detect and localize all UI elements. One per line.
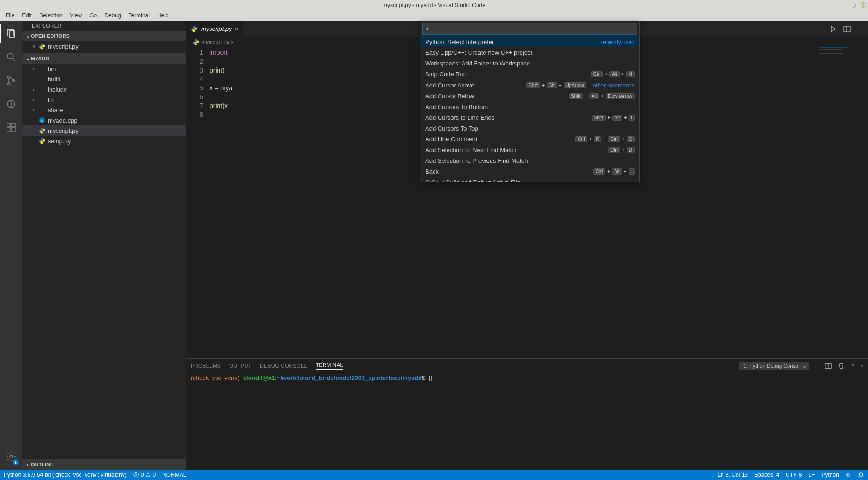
palette-item[interactable]: Stop Code RunCtrl+Alt+M xyxy=(420,69,639,80)
palette-item[interactable]: Add Cursor BelowShift+Alt+DownArrow xyxy=(420,91,639,102)
menu-edit[interactable]: Edit xyxy=(18,11,36,20)
activity-explorer[interactable] xyxy=(0,24,22,43)
palette-item[interactable]: BackCtrl+Alt+- xyxy=(420,166,639,177)
close-editor-icon[interactable]: × xyxy=(31,44,36,49)
tab-label: myscript.py xyxy=(201,25,232,32)
status-notifications-icon[interactable] xyxy=(858,472,864,478)
command-palette-input[interactable] xyxy=(422,23,637,35)
terminal-body[interactable]: (check_vsc_venv) elendil@x1:~/work/islan… xyxy=(186,373,868,470)
activity-extensions[interactable] xyxy=(0,118,22,137)
new-terminal-icon[interactable]: + xyxy=(816,363,818,369)
section-folder[interactable]: ⌄ MYADD xyxy=(22,53,186,64)
palette-item-label: Add Cursor Above xyxy=(425,82,475,89)
chevron-right-icon: › xyxy=(31,108,36,113)
status-cursor-position[interactable]: Ln 3, Col 13 xyxy=(717,472,748,478)
panel-tab-problems[interactable]: PROBLEMS xyxy=(191,363,221,369)
minimap[interactable] xyxy=(819,47,861,94)
maximize-panel-icon[interactable]: ^ xyxy=(851,363,854,369)
tree-item-label: lib xyxy=(48,96,54,103)
folder-item[interactable]: ›lib xyxy=(22,95,186,105)
menu-go[interactable]: Go xyxy=(86,11,101,20)
activity-search[interactable] xyxy=(0,48,22,66)
file-item[interactable]: myscript.py xyxy=(22,125,186,136)
activity-bar: 1 xyxy=(0,21,22,470)
status-interpreter[interactable]: Python 3.6.9 64-bit ('check_vsc_venv': v… xyxy=(4,472,127,478)
palette-item[interactable]: Easy Cpp/C++: Create new C++ project xyxy=(420,47,639,58)
panel-tab-debug-console[interactable]: DEBUG CONSOLE xyxy=(260,363,307,369)
menu-debug[interactable]: Debug xyxy=(101,11,124,20)
palette-item-label: Back xyxy=(425,168,439,175)
palette-item-label: Easy Cpp/C++: Create new C++ project xyxy=(425,49,532,56)
palette-item[interactable]: Add Selection To Next Find MatchCtrl+D xyxy=(420,145,639,155)
palette-item[interactable]: Add Cursors To Top xyxy=(420,123,639,134)
menu-selection[interactable]: Selection xyxy=(36,11,66,20)
tab-close-icon[interactable]: × xyxy=(235,25,239,32)
svg-point-2 xyxy=(7,53,13,59)
status-problems[interactable]: ⓧ0 ⚠0 xyxy=(133,471,156,479)
split-terminal-icon[interactable] xyxy=(825,363,832,369)
menu-terminal[interactable]: Terminal xyxy=(125,11,153,20)
tab-myscript[interactable]: myscript.py × xyxy=(186,21,243,37)
svg-marker-16 xyxy=(831,26,836,32)
activity-debug[interactable] xyxy=(0,95,22,113)
palette-item[interactable]: Add Cursors To Bottom xyxy=(420,102,639,112)
palette-item-label: Add Line Comment xyxy=(425,136,477,143)
panel-tab-terminal[interactable]: TERMINAL xyxy=(316,362,343,370)
folder-item[interactable]: ›build xyxy=(22,74,186,84)
python-file-icon xyxy=(38,127,46,134)
status-eol[interactable]: LF xyxy=(808,472,815,478)
status-language[interactable]: Python xyxy=(821,472,839,478)
status-indentation[interactable]: Spaces: 4 xyxy=(754,472,779,478)
menu-file[interactable]: File xyxy=(2,11,18,20)
minimize-icon[interactable]: — xyxy=(840,2,846,8)
section-outline[interactable]: › OUTLINE xyxy=(22,459,186,470)
palette-item[interactable]: Workspaces: Add Folder to Workspace... xyxy=(420,58,639,69)
folder-item[interactable]: ›share xyxy=(22,105,186,115)
close-icon[interactable]: × xyxy=(861,2,866,8)
palette-item-label: Add Cursors To Top xyxy=(425,125,478,132)
folder-item[interactable]: ›include xyxy=(22,84,186,95)
tree-item-label: include xyxy=(48,86,67,93)
menu-bar: File Edit Selection View Go Debug Termin… xyxy=(0,10,868,21)
palette-item[interactable]: Add Line CommentCtrl+K Ctrl+C xyxy=(420,134,639,145)
folder-item[interactable]: ›bin xyxy=(22,64,186,74)
more-actions-icon[interactable]: ⋯ xyxy=(857,25,863,32)
python-file-icon xyxy=(193,39,199,45)
status-encoding[interactable]: UTF-8 xyxy=(786,472,802,478)
command-palette: Python: Select Interpreter recently used… xyxy=(420,21,640,182)
status-feedback-icon[interactable]: ☺ xyxy=(846,472,851,478)
activity-settings[interactable]: 1 xyxy=(0,447,22,466)
run-icon[interactable] xyxy=(829,25,837,33)
window-title: myscript.py - myadd - Visual Studio Code xyxy=(383,2,485,8)
open-editor-item[interactable]: × myscript.py xyxy=(22,41,186,51)
palette-item[interactable]: C/C++: Build and Debug Active File xyxy=(420,177,639,182)
file-item[interactable]: Cmyadd.cpp xyxy=(22,115,186,125)
palette-item[interactable]: Python: Select Interpreter recently used xyxy=(420,36,639,47)
chevron-right-icon: › xyxy=(24,462,31,467)
workbench: 1 EXPLORER ⌄ OPEN EDITORS × myscript.py … xyxy=(0,21,868,470)
file-item[interactable]: setup.py xyxy=(22,136,186,146)
kill-terminal-icon[interactable] xyxy=(838,363,845,369)
close-panel-icon[interactable]: × xyxy=(861,363,863,369)
window-controls: — ▢ × xyxy=(840,2,866,8)
palette-item[interactable]: Add Cursors to Line EndsShift+Alt+I xyxy=(420,112,639,123)
chevron-right-icon: › xyxy=(231,39,233,45)
palette-item-label: Python: Select Interpreter xyxy=(425,38,494,45)
panel-tab-output[interactable]: OUTPUT xyxy=(229,363,252,369)
palette-item-label: Stop Code Run xyxy=(425,71,467,78)
section-open-editors[interactable]: ⌄ OPEN EDITORS xyxy=(22,31,186,41)
menu-help[interactable]: Help xyxy=(153,11,173,20)
palette-item[interactable]: Add Cursor AboveShift+Alt+UpArrow other … xyxy=(420,80,639,91)
terminal-selector[interactable]: 1: Python Debug Conso ⌄ xyxy=(739,362,809,370)
maximize-icon[interactable]: ▢ xyxy=(850,2,857,8)
open-editors-tree: × myscript.py xyxy=(22,41,186,53)
menu-view[interactable]: View xyxy=(66,11,86,20)
panel-tabs: PROBLEMS OUTPUT DEBUG CONSOLE TERMINAL 1… xyxy=(186,359,868,373)
split-editor-icon[interactable] xyxy=(843,25,851,33)
tree-item-label: myadd.cpp xyxy=(48,117,78,124)
palette-item[interactable]: Add Selection To Previous Find Match xyxy=(420,155,639,166)
svg-rect-10 xyxy=(12,123,15,127)
status-vim-mode[interactable]: NORMAL xyxy=(162,472,186,478)
python-file-icon xyxy=(38,43,46,50)
activity-source-control[interactable] xyxy=(0,71,22,90)
